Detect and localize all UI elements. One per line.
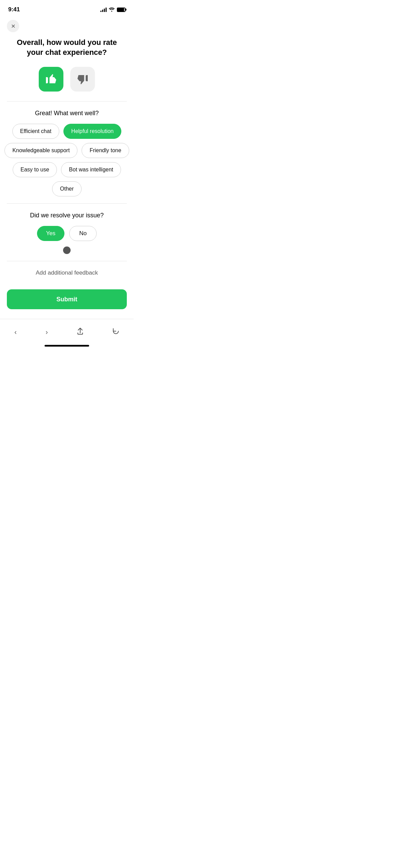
chip-helpful-resolution[interactable]: Helpful resolution: [63, 124, 122, 139]
status-bar: 9:41: [0, 0, 134, 17]
chip-other[interactable]: Other: [52, 181, 82, 196]
resolve-section: Did we resolve your issue? Yes No: [0, 204, 134, 261]
resolve-buttons: Yes No: [7, 226, 127, 241]
chips-row-4: Other: [52, 181, 82, 196]
chips-row-3: Easy to use Bot was intelligent: [13, 162, 121, 177]
what-went-well-title: Great! What went well?: [7, 110, 127, 117]
submit-button[interactable]: Submit: [7, 289, 127, 309]
back-button[interactable]: ‹: [9, 325, 22, 339]
what-went-well-section: Great! What went well? Efficient chat He…: [0, 101, 134, 203]
no-button[interactable]: No: [69, 226, 97, 241]
thumbs-up-button[interactable]: [39, 67, 63, 92]
status-icons: [100, 7, 125, 13]
scroll-indicator: [63, 246, 71, 254]
feedback-section: Add additional feedback: [0, 261, 134, 286]
close-icon: ✕: [11, 23, 15, 29]
wifi-icon: [109, 7, 115, 13]
signal-icon: [100, 7, 107, 12]
rating-row: [0, 64, 134, 101]
refresh-icon: [112, 328, 119, 336]
resolve-title: Did we resolve your issue?: [7, 212, 127, 219]
status-time: 9:41: [8, 6, 20, 13]
thumbs-up-icon: [45, 73, 57, 85]
chips-row-1: Efficient chat Helpful resolution: [12, 124, 122, 139]
chips-row-2: Knowledgeable support Friendly tone: [4, 143, 129, 158]
chip-efficient-chat[interactable]: Efficient chat: [12, 124, 59, 139]
forward-icon: ›: [46, 328, 48, 336]
back-icon: ‹: [14, 328, 17, 336]
chip-bot-was-intelligent[interactable]: Bot was intelligent: [61, 162, 121, 177]
chip-friendly-tone[interactable]: Friendly tone: [82, 143, 129, 158]
home-indicator: [45, 345, 89, 347]
share-icon: [77, 329, 84, 336]
chip-easy-to-use[interactable]: Easy to use: [13, 162, 57, 177]
bottom-nav: ‹ ›: [0, 319, 134, 342]
main-heading: Overall, how would you rate your chat ex…: [0, 35, 134, 64]
close-button[interactable]: ✕: [7, 20, 19, 32]
share-button[interactable]: [71, 325, 89, 339]
thumbs-down-icon: [76, 73, 89, 85]
chips-container: Efficient chat Helpful resolution Knowle…: [7, 124, 127, 196]
refresh-button[interactable]: [107, 325, 125, 339]
feedback-title: Add additional feedback: [7, 269, 127, 276]
yes-button[interactable]: Yes: [37, 226, 64, 241]
chip-knowledgeable-support[interactable]: Knowledgeable support: [4, 143, 77, 158]
forward-button[interactable]: ›: [40, 325, 53, 339]
thumbs-down-button[interactable]: [70, 67, 95, 92]
battery-icon: [117, 8, 125, 12]
